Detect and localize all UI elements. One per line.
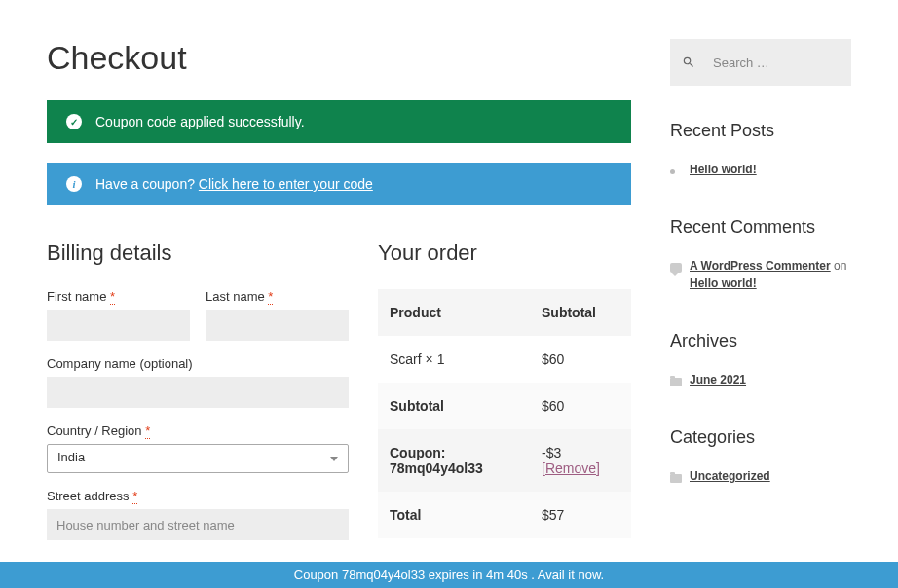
page-title: Checkout <box>47 39 631 77</box>
archives-widget: Archives June 2021 <box>670 331 851 388</box>
country-select[interactable]: India <box>47 444 349 473</box>
company-label: Company name (optional) <box>47 356 349 371</box>
street-label: Street address * <box>47 489 349 503</box>
recent-posts-widget: Recent Posts Hello world! <box>670 121 851 178</box>
country-label: Country / Region * <box>47 423 349 438</box>
order-total: Total $57 <box>378 492 631 538</box>
order-subtotal: Subtotal $60 <box>378 383 631 429</box>
last-name-label: Last name * <box>206 289 349 304</box>
street-input[interactable] <box>47 509 349 540</box>
order-heading: Your order <box>378 240 631 266</box>
commenter-link[interactable]: A WordPress Commenter <box>690 259 831 273</box>
billing-section: Billing details First name * Last name *… <box>47 240 349 556</box>
bullet-icon <box>670 169 675 174</box>
company-input[interactable] <box>47 377 349 408</box>
archive-link[interactable]: June 2021 <box>690 373 746 386</box>
coupon-notice: Have a coupon? Click here to enter your … <box>47 163 631 205</box>
order-coupon: Coupon: 78mq04y4ol33 -$3 [Remove] <box>378 429 631 492</box>
billing-heading: Billing details <box>47 240 349 266</box>
last-name-input[interactable] <box>206 310 349 341</box>
success-text: Coupon code applied successfully. <box>95 114 305 129</box>
order-line-item: Scarf × 1 $60 <box>378 336 631 383</box>
first-name-input[interactable] <box>47 310 190 341</box>
comment-post-link[interactable]: Hello world! <box>690 276 757 290</box>
order-header: Product Subtotal <box>378 289 631 336</box>
info-icon <box>66 176 82 192</box>
success-notice: Coupon code applied successfully. <box>47 100 631 143</box>
search-input[interactable] <box>703 47 840 78</box>
recent-comments-widget: Recent Comments A WordPress Commenter on… <box>670 217 851 292</box>
search-icon <box>682 55 695 69</box>
category-link[interactable]: Uncategorized <box>690 469 770 483</box>
first-name-label: First name * <box>47 289 190 304</box>
check-icon <box>66 114 82 129</box>
coupon-toggle-link[interactable]: Click here to enter your code <box>199 176 373 192</box>
order-section: Your order Product Subtotal Scarf × 1 $6… <box>378 240 631 556</box>
coupon-prompt: Have a coupon? <box>95 176 199 192</box>
folder-icon <box>670 474 682 483</box>
remove-coupon-link[interactable]: [Remove] <box>542 460 600 476</box>
coupon-expiry-banner: Coupon 78mq04y4ol33 expires in 4m 40s . … <box>0 562 898 588</box>
search-box[interactable] <box>670 39 851 86</box>
comment-icon <box>670 263 682 273</box>
categories-widget: Categories Uncategorized <box>670 427 851 485</box>
sidebar: Recent Posts Hello world! Recent Comment… <box>670 39 851 556</box>
folder-icon <box>670 378 682 386</box>
recent-post-link[interactable]: Hello world! <box>690 163 757 176</box>
